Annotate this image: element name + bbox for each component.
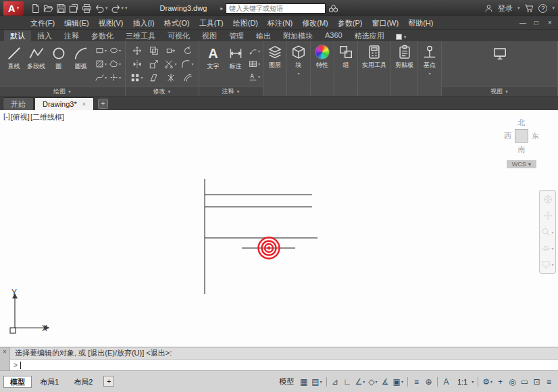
hardware-acceleration-toggle[interactable]: ▭ — [519, 375, 530, 388]
snap-mode-toggle[interactable]: ▤▾ — [310, 375, 323, 388]
annotation-tool-table[interactable]: ▾ — [249, 57, 260, 70]
show-motion-button[interactable]: ▾ — [541, 260, 553, 269]
isometric-drafting-toggle[interactable]: ◇▾ — [367, 375, 378, 388]
modify-tool-move[interactable] — [128, 44, 145, 57]
file-tab-开始[interactable]: 开始 — [3, 97, 34, 110]
polar-tracking-toggle[interactable]: ∠▾ — [354, 375, 367, 388]
target-center-dot[interactable] — [268, 247, 271, 250]
minimize-button[interactable]: — — [516, 19, 530, 26]
layout-tab-布局1[interactable]: 布局1 — [33, 376, 66, 388]
draw-tool-revision-cloud[interactable]: ▾ — [108, 57, 122, 71]
menu-item-7[interactable]: 标注(N) — [263, 16, 297, 30]
redo-caret-icon[interactable]: ▾ — [122, 5, 124, 11]
utilities-panel[interactable]: 实用工具 — [358, 41, 391, 96]
ribbon-display-toggle[interactable]: ▾ — [396, 34, 407, 40]
file-tab-Drawing3*[interactable]: Drawing3*× — [34, 97, 94, 110]
modify-tool-fillet[interactable]: ▾ — [179, 57, 196, 71]
basepoint-panel[interactable]: 基点▾ — [418, 41, 442, 96]
layout-tab-布局2[interactable]: 布局2 — [67, 376, 99, 388]
plot-button[interactable] — [82, 3, 92, 14]
text-tool[interactable]: A 文字 — [202, 43, 224, 85]
undo-caret-icon[interactable]: ▾ — [105, 5, 108, 11]
application-menu-button[interactable]: A ▾ — [3, 1, 24, 16]
menu-item-2[interactable]: 视图(V) — [94, 16, 128, 30]
redo-button[interactable]: ▾ — [111, 3, 124, 14]
undo-button[interactable]: ▾ — [95, 3, 108, 14]
modify-tool-mirror[interactable] — [128, 57, 145, 71]
block-panel[interactable]: 块▾ — [287, 41, 311, 96]
menu-item-5[interactable]: 工具(T) — [195, 16, 228, 30]
ribbon-tab-视图[interactable]: 视图 — [196, 30, 223, 41]
search-topics-caret-icon[interactable]: ▸ — [220, 5, 223, 11]
draw-tool-polyline[interactable]: 多段线 — [25, 43, 47, 85]
draw-tool-arc[interactable]: 圆弧 — [70, 43, 92, 85]
draw-tool-spline[interactable]: ▾ — [94, 71, 108, 84]
viewport-control-1[interactable]: [俯视] — [11, 112, 30, 122]
orbit-button[interactable]: ▾ — [541, 243, 553, 253]
object-snap-tracking-toggle[interactable]: ∡ — [380, 375, 391, 388]
ortho-mode-toggle[interactable]: ∟ — [342, 375, 353, 388]
draw-tool-rectangle[interactable]: ▾ — [94, 44, 108, 57]
layout-tab-模型[interactable]: 模型 — [3, 376, 32, 388]
annotation-monitor-toggle[interactable]: + — [494, 375, 506, 388]
model-space-button[interactable]: 模型 — [276, 376, 297, 387]
ribbon-tab-输出[interactable]: 输出 — [250, 30, 277, 41]
menu-item-4[interactable]: 格式(O) — [159, 16, 195, 30]
draw-tool-line[interactable]: 直线 — [3, 43, 25, 85]
viewcube-east[interactable]: 东 — [532, 131, 539, 141]
menu-item-3[interactable]: 插入(I) — [128, 16, 159, 30]
modify-tool-copy[interactable] — [145, 44, 162, 57]
help-caret-icon[interactable]: ▾ — [552, 5, 555, 11]
modify-panel-footer[interactable]: 修改▼ — [126, 87, 199, 96]
save-all-button[interactable] — [69, 3, 79, 14]
command-input[interactable]: > — [10, 359, 558, 370]
ribbon-tab-管理[interactable]: 管理 — [223, 30, 250, 41]
customize-toggle[interactable]: ≡ — [543, 375, 555, 388]
groups-panel[interactable]: 组 — [334, 41, 358, 96]
search-binoculars-icon[interactable] — [328, 3, 338, 14]
object-snap-toggle[interactable]: ▣▾ — [392, 375, 405, 388]
layers-panel[interactable]: 图层 — [263, 41, 287, 96]
isolate-objects-toggle[interactable]: ◎ — [507, 375, 518, 388]
modify-tool-offset[interactable] — [179, 71, 196, 84]
menu-item-9[interactable]: 参数(P) — [333, 16, 367, 30]
modify-tool-array[interactable]: ▾ — [128, 71, 145, 84]
zoom-button[interactable]: ▾ — [541, 227, 553, 237]
ribbon-tab-插入[interactable]: 插入 — [31, 30, 58, 41]
workspace-switching-toggle[interactable]: ⚙▾ — [481, 375, 494, 388]
viewport-control-0[interactable]: [-] — [3, 112, 10, 122]
properties-panel[interactable]: 特性 — [311, 41, 334, 96]
menu-item-10[interactable]: 窗口(W) — [367, 16, 403, 30]
new-file-tab-button[interactable]: + — [98, 99, 108, 109]
command-close-icon[interactable]: × — [0, 347, 10, 370]
wcs-selector[interactable]: WCS▾ — [507, 160, 536, 168]
modify-tool-scale[interactable] — [145, 57, 162, 71]
close-button[interactable]: × — [543, 19, 557, 26]
draw-tool-ellipse[interactable]: ▾ — [108, 44, 122, 57]
clipboard-panel[interactable]: 剪贴板 — [391, 41, 418, 96]
grid-display-toggle[interactable]: ▦ — [298, 375, 309, 388]
annotation-visibility-toggle[interactable]: A — [440, 375, 452, 388]
clean-screen-toggle[interactable]: ⊡ — [531, 375, 542, 388]
infer-constraints-toggle[interactable]: ⊿ — [330, 375, 341, 388]
pan-button[interactable] — [543, 211, 553, 220]
navigation-wheel-button[interactable] — [543, 195, 553, 204]
dynamic-input-toggle[interactable]: ⊕ — [423, 375, 434, 388]
menu-item-1[interactable]: 编辑(E) — [59, 16, 94, 30]
menu-item-0[interactable]: 文件(F) — [26, 16, 59, 30]
ribbon-tab-参数化[interactable]: 参数化 — [85, 30, 120, 41]
open-file-button[interactable] — [43, 3, 53, 14]
ribbon-tab-默认[interactable]: 默认 — [4, 30, 31, 41]
viewcube-west[interactable]: 西 — [504, 131, 511, 141]
menu-item-8[interactable]: 修改(M) — [297, 16, 333, 30]
new-layout-button[interactable]: + — [103, 376, 114, 387]
viewcube-face[interactable] — [515, 129, 528, 143]
signin-label[interactable]: 登录 — [498, 3, 513, 14]
annotation-scale-toggle[interactable]: 1:1▾ — [453, 375, 475, 388]
save-file-button[interactable] — [56, 3, 66, 14]
ribbon-tab-三维工具[interactable]: 三维工具 — [120, 30, 161, 41]
ribbon-tab-可视化[interactable]: 可视化 — [161, 30, 196, 41]
restore-button[interactable]: □ — [530, 19, 543, 26]
viewcube-north[interactable]: 北 — [518, 118, 526, 128]
modify-tool-rotate[interactable] — [179, 44, 196, 57]
